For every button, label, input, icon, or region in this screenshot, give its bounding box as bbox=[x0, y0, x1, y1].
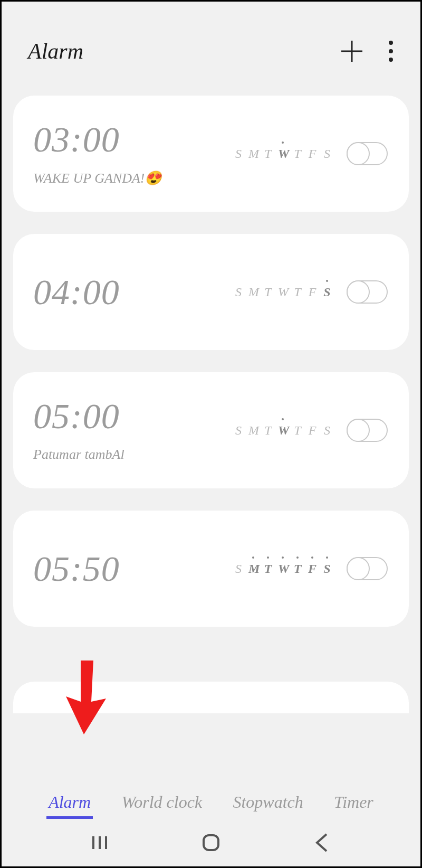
alarm-card[interactable]: 03:00WAKE UP GANDA!😍SMTWTFS bbox=[13, 96, 409, 212]
alarm-days: SMTWTFS bbox=[234, 147, 332, 161]
alarm-days: SMTWTFS bbox=[234, 285, 332, 299]
alarm-info: 03:00WAKE UP GANDA!😍 bbox=[33, 121, 234, 186]
recents-icon bbox=[89, 832, 110, 853]
back-icon bbox=[312, 832, 333, 853]
day-letter: S bbox=[234, 423, 243, 438]
day-letter: T bbox=[293, 285, 302, 299]
alarm-time: 03:00 bbox=[33, 121, 234, 157]
header: Alarm bbox=[2, 2, 420, 96]
day-letter: M bbox=[248, 562, 258, 576]
alarm-toggle[interactable] bbox=[347, 142, 388, 165]
day-letter: S bbox=[234, 562, 243, 576]
day-letter: S bbox=[322, 285, 332, 299]
day-letter: W bbox=[278, 147, 287, 161]
alarm-label: Patumar tambAl bbox=[33, 447, 234, 463]
alarm-card[interactable]: 05:50SMTWTFS bbox=[13, 511, 409, 627]
tab-timer[interactable]: Timer bbox=[332, 788, 376, 819]
back-button[interactable] bbox=[310, 830, 335, 855]
alarm-toggle[interactable] bbox=[347, 419, 388, 442]
android-nav-bar bbox=[2, 824, 420, 861]
home-button[interactable] bbox=[198, 830, 224, 855]
day-letter: S bbox=[322, 423, 332, 438]
day-letter: F bbox=[308, 285, 317, 299]
day-letter: M bbox=[248, 285, 258, 299]
alarm-card[interactable]: 05:00Patumar tambAlSMTWTFS bbox=[13, 372, 409, 488]
plus-icon bbox=[340, 40, 363, 63]
day-letter: S bbox=[322, 147, 332, 161]
day-letter: S bbox=[234, 147, 243, 161]
day-letter: S bbox=[234, 285, 243, 299]
day-letter: M bbox=[248, 423, 258, 438]
day-letter: T bbox=[293, 423, 302, 438]
day-letter: T bbox=[263, 423, 273, 438]
home-icon bbox=[200, 832, 222, 853]
more-options-button[interactable] bbox=[382, 39, 399, 64]
svg-rect-9 bbox=[204, 835, 218, 850]
day-letter: S bbox=[322, 562, 332, 576]
day-letter: F bbox=[308, 423, 317, 438]
alarm-list: 03:00WAKE UP GANDA!😍SMTWTFS04:00SMTWTFS0… bbox=[2, 96, 420, 627]
alarm-info: 05:00Patumar tambAl bbox=[33, 398, 234, 463]
bottom-tabs: AlarmWorld clockStopwatchTimer bbox=[2, 788, 420, 819]
day-letter: W bbox=[278, 423, 287, 438]
day-letter: W bbox=[278, 562, 287, 576]
tab-stopwatch[interactable]: Stopwatch bbox=[231, 788, 305, 819]
day-letter: T bbox=[293, 147, 302, 161]
day-letter: T bbox=[293, 562, 302, 576]
add-alarm-button[interactable] bbox=[339, 39, 365, 64]
day-letter: T bbox=[263, 147, 273, 161]
alarm-card-partial[interactable] bbox=[13, 682, 409, 713]
day-letter: F bbox=[308, 562, 317, 576]
day-letter: T bbox=[263, 562, 273, 576]
alarm-label: WAKE UP GANDA!😍 bbox=[33, 170, 234, 186]
alarm-toggle[interactable] bbox=[347, 280, 388, 304]
alarm-toggle[interactable] bbox=[347, 557, 388, 580]
svg-point-4 bbox=[389, 58, 393, 62]
day-letter: W bbox=[278, 285, 287, 299]
more-vertical-icon bbox=[388, 40, 394, 63]
alarm-time: 05:50 bbox=[33, 551, 234, 587]
alarm-info: 04:00 bbox=[33, 274, 234, 310]
tab-alarm[interactable]: Alarm bbox=[46, 788, 93, 819]
alarm-days: SMTWTFS bbox=[234, 562, 332, 576]
alarm-time: 05:00 bbox=[33, 398, 234, 434]
alarm-days: SMTWTFS bbox=[234, 423, 332, 438]
svg-point-2 bbox=[389, 41, 393, 45]
alarm-card[interactable]: 04:00SMTWTFS bbox=[13, 234, 409, 350]
page-title: Alarm bbox=[28, 39, 339, 64]
day-letter: M bbox=[248, 147, 258, 161]
day-letter: F bbox=[308, 147, 317, 161]
recents-button[interactable] bbox=[87, 830, 112, 855]
tab-world-clock[interactable]: World clock bbox=[120, 788, 205, 819]
alarm-time: 04:00 bbox=[33, 274, 234, 310]
svg-point-3 bbox=[389, 49, 393, 53]
day-letter: T bbox=[263, 285, 273, 299]
alarm-info: 05:50 bbox=[33, 551, 234, 587]
